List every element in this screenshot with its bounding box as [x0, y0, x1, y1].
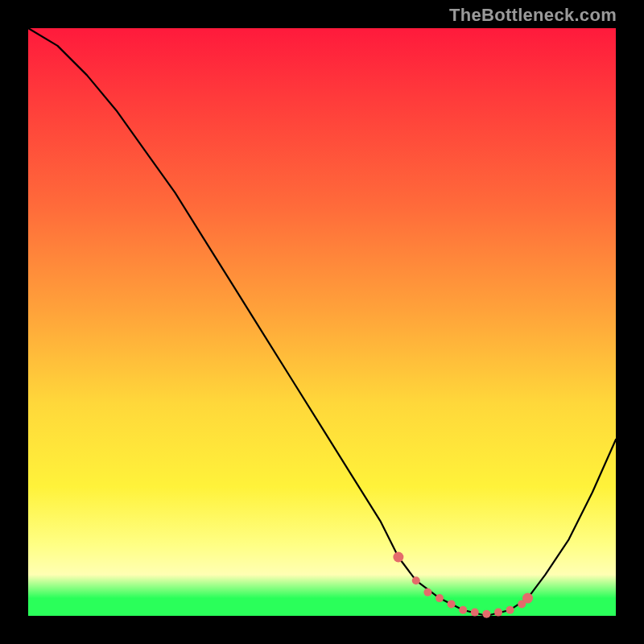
svg-point-0 — [393, 552, 403, 563]
svg-point-5 — [459, 606, 467, 614]
svg-point-11 — [522, 593, 533, 604]
svg-point-3 — [436, 594, 444, 602]
watermark-text: TheBottleneck.com — [449, 5, 617, 26]
plot-area — [28, 28, 616, 616]
svg-point-7 — [482, 610, 490, 618]
svg-point-9 — [506, 606, 514, 614]
svg-point-1 — [412, 576, 420, 584]
svg-point-6 — [471, 609, 479, 617]
chart-stage: TheBottleneck.com — [0, 0, 644, 644]
svg-point-4 — [448, 600, 456, 608]
svg-point-2 — [423, 588, 431, 597]
trough-dots — [28, 28, 616, 616]
svg-point-8 — [494, 609, 502, 617]
